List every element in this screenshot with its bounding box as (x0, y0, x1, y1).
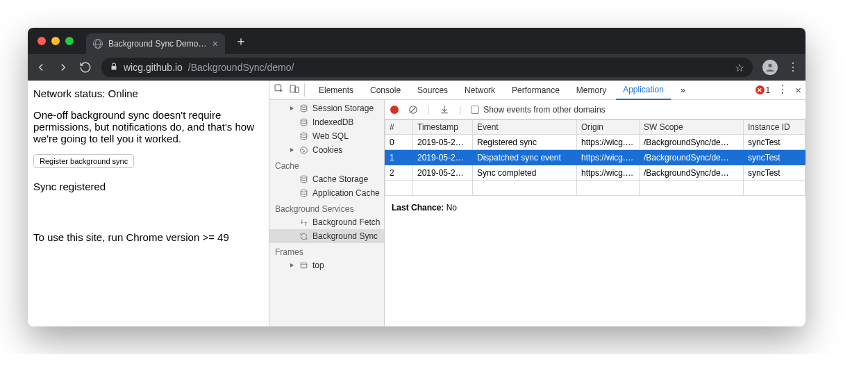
application-sidebar: Session StorageIndexedDBWeb SQLCookies C… (269, 100, 385, 326)
table-row[interactable]: 02019-05-2…Registered synchttps://wicg.…… (385, 135, 806, 150)
browser-menu-button[interactable]: ⋮ (787, 65, 799, 69)
svg-point-4 (301, 105, 307, 107)
forward-button[interactable] (57, 61, 69, 74)
address-bar[interactable]: wicg.github.io/BackgroundSync/demo/ ☆ (101, 58, 753, 77)
error-count: 1 (766, 85, 771, 95)
svg-point-5 (301, 119, 307, 121)
column-instance-id[interactable]: Instance ID (744, 120, 806, 135)
inspect-element-icon[interactable] (274, 83, 285, 97)
column-origin[interactable]: Origin (577, 120, 640, 135)
download-icon[interactable] (440, 105, 449, 115)
page-content: Network status: Online One-off backgroun… (28, 81, 269, 326)
url-host: wicg.github.io (124, 62, 183, 73)
minimize-window-button[interactable] (51, 37, 60, 45)
window-controls (37, 37, 74, 45)
detail-value: No (446, 203, 457, 213)
svg-point-6 (301, 133, 307, 135)
sidebar-item-session-storage[interactable]: Session Storage (269, 101, 384, 115)
page-blurb: One-off background sync doesn't require … (33, 109, 263, 144)
clear-icon[interactable] (408, 105, 418, 115)
column-timestamp[interactable]: Timestamp (413, 120, 473, 135)
devtools-tab-elements[interactable]: Elements (312, 81, 360, 100)
table-row[interactable]: 12019-05-2…Dispatched sync eventhttps://… (385, 150, 806, 165)
chrome-version-note: To use this site, run Chrome version >= … (33, 231, 263, 243)
globe-icon (93, 39, 103, 49)
devtools-close-icon[interactable]: × (795, 84, 801, 96)
devtools-tab-performance[interactable]: Performance (505, 81, 567, 100)
url-path: /BackgroundSync/demo/ (188, 62, 294, 73)
devtools-menu-button[interactable]: ⋮ (777, 88, 788, 92)
sidebar-section-background: Background Services (269, 200, 384, 215)
svg-rect-13 (301, 263, 307, 267)
svg-point-12 (301, 190, 307, 192)
detail-label: Last Chance: (392, 203, 444, 213)
background-sync-panel: | | Show events from other domains #Time… (385, 100, 806, 326)
sidebar-item-indexeddb[interactable]: IndexedDB (269, 115, 384, 129)
svg-point-9 (304, 151, 305, 151)
devtools-tab-memory[interactable]: Memory (569, 81, 613, 100)
table-row (385, 181, 806, 196)
close-window-button[interactable] (37, 37, 46, 45)
devtools-more-tabs[interactable]: » (674, 81, 692, 100)
column-sw-scope[interactable]: SW Scope (640, 120, 744, 135)
panel-toolbar: | | Show events from other domains (385, 100, 806, 119)
sync-result: Sync registered (33, 181, 263, 192)
browser-window: Background Sync Demonstratio × ＋ wicg.gi… (28, 28, 806, 326)
device-toolbar-icon[interactable] (289, 83, 300, 97)
sidebar-item-background-fetch[interactable]: Background Fetch (269, 215, 384, 229)
events-table: #TimestampEventOriginSW ScopeInstance ID… (385, 119, 806, 196)
svg-point-10 (303, 151, 303, 152)
table-row[interactable]: 22019-05-2…Sync completedhttps://wicg.…/… (385, 165, 806, 181)
lock-icon (110, 62, 118, 74)
sidebar-item-cookies[interactable]: Cookies (269, 143, 384, 157)
sidebar-section-frames: Frames (269, 243, 384, 258)
bookmark-star-icon[interactable]: ☆ (735, 61, 744, 74)
sidebar-item-background-sync[interactable]: Background Sync (269, 229, 384, 243)
expand-icon (290, 263, 295, 268)
svg-point-0 (768, 64, 771, 67)
devtools-tab-console[interactable]: Console (363, 81, 408, 100)
svg-point-7 (301, 147, 308, 153)
sidebar-item-cache-storage[interactable]: Cache Storage (269, 172, 384, 186)
profile-avatar[interactable] (762, 60, 778, 75)
sidebar-section-cache: Cache (269, 157, 384, 172)
checkbox-icon (471, 106, 479, 114)
devtools-tab-application[interactable]: Application (616, 81, 671, 100)
devtools-tab-network[interactable]: Network (458, 81, 502, 100)
expand-icon (290, 148, 295, 153)
reload-button[interactable] (79, 61, 92, 74)
register-sync-button[interactable]: Register background sync (33, 154, 134, 168)
close-tab-icon[interactable]: × (212, 39, 218, 49)
maximize-window-button[interactable] (65, 37, 74, 45)
column-event[interactable]: Event (473, 120, 577, 135)
back-button[interactable] (35, 61, 47, 74)
svg-point-11 (301, 176, 307, 178)
record-button[interactable] (390, 106, 399, 114)
sidebar-item-application-cache[interactable]: Application Cache (269, 186, 384, 200)
titlebar: Background Sync Demonstratio × ＋ (28, 28, 806, 54)
devtools-tab-sources[interactable]: Sources (410, 81, 455, 100)
show-other-domains-label: Show events from other domains (483, 105, 605, 115)
event-detail: Last Chance: No (385, 196, 806, 219)
sidebar-item-web-sql[interactable]: Web SQL (269, 129, 384, 143)
sidebar-item-top[interactable]: top (269, 258, 384, 272)
new-tab-button[interactable]: ＋ (235, 33, 247, 49)
svg-line-16 (410, 106, 416, 112)
tab-title: Background Sync Demonstratio (108, 39, 207, 49)
devtools: ElementsConsoleSourcesNetworkPerformance… (269, 81, 806, 326)
browser-tab[interactable]: Background Sync Demonstratio × (86, 33, 225, 54)
svg-point-8 (302, 149, 303, 149)
column--[interactable]: # (385, 120, 413, 135)
content-area: Network status: Online One-off backgroun… (28, 81, 806, 326)
error-badge[interactable]: ✕ 1 (756, 85, 771, 95)
devtools-tabstrip: ElementsConsoleSourcesNetworkPerformance… (269, 81, 806, 100)
expand-icon (290, 106, 295, 111)
network-status: Network status: Online (33, 88, 263, 99)
error-icon: ✕ (756, 85, 765, 94)
browser-toolbar: wicg.github.io/BackgroundSync/demo/ ☆ ⋮ (28, 54, 806, 81)
show-other-domains-checkbox[interactable]: Show events from other domains (471, 105, 605, 115)
